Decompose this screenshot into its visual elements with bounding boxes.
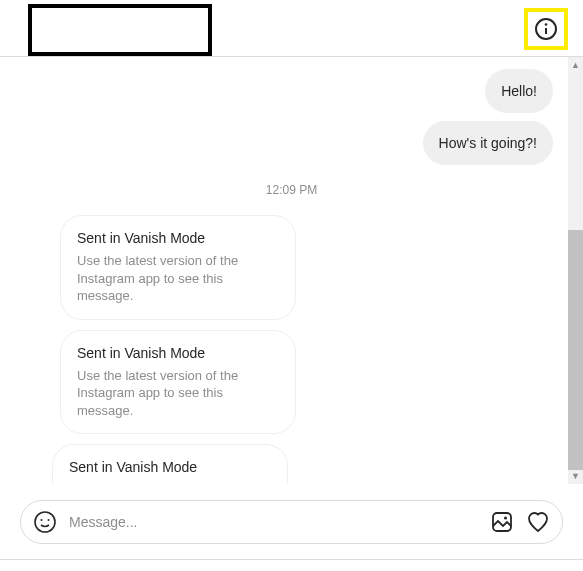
outgoing-message-bubble[interactable]: How's it going?! [423,121,553,165]
outgoing-message-row: How's it going?! [20,121,563,165]
incoming-message-row: Sent in Vanish Mode Use the latest versi… [20,330,563,435]
timestamp-divider: 12:09 PM [20,183,563,197]
heart-icon[interactable] [526,510,550,534]
header-redacted-box [28,4,212,56]
composer-area [0,484,583,560]
outgoing-message-row: Hello! [20,69,563,113]
message-composer [20,500,563,544]
svg-rect-6 [493,513,511,531]
svg-point-3 [35,512,55,532]
vanish-mode-subtitle: Use the latest version of the Instagram … [77,252,279,305]
chat-header [0,0,583,57]
message-input[interactable] [69,514,478,530]
svg-point-4 [41,519,43,521]
vanish-mode-title: Sent in Vanish Mode [77,345,279,361]
incoming-message-bubble[interactable]: Sent in Vanish Mode Use the latest versi… [52,444,288,484]
chat-messages-area: Hello! How's it going?! 12:09 PM Sent in… [0,57,583,484]
incoming-message-bubble[interactable]: Sent in Vanish Mode Use the latest versi… [60,330,296,435]
incoming-message-row: Sent in Vanish Mode Use the latest versi… [20,215,563,320]
svg-point-7 [504,517,507,520]
outgoing-message-text: How's it going?! [439,135,537,151]
vanish-mode-subtitle: Use the latest version of the Instagram … [69,481,271,484]
info-button-highlight [524,8,568,50]
emoji-icon[interactable] [33,510,57,534]
image-icon[interactable] [490,510,514,534]
svg-point-5 [48,519,50,521]
incoming-message-row: Sent in Vanish Mode Use the latest versi… [20,444,563,484]
outgoing-message-text: Hello! [501,83,537,99]
incoming-message-bubble[interactable]: Sent in Vanish Mode Use the latest versi… [60,215,296,320]
vanish-mode-title: Sent in Vanish Mode [77,230,279,246]
info-icon[interactable] [534,17,558,41]
vanish-mode-title: Sent in Vanish Mode [69,459,271,475]
outgoing-message-bubble[interactable]: Hello! [485,69,553,113]
vanish-mode-subtitle: Use the latest version of the Instagram … [77,367,279,420]
svg-point-1 [545,23,548,26]
footer-border [0,559,583,560]
